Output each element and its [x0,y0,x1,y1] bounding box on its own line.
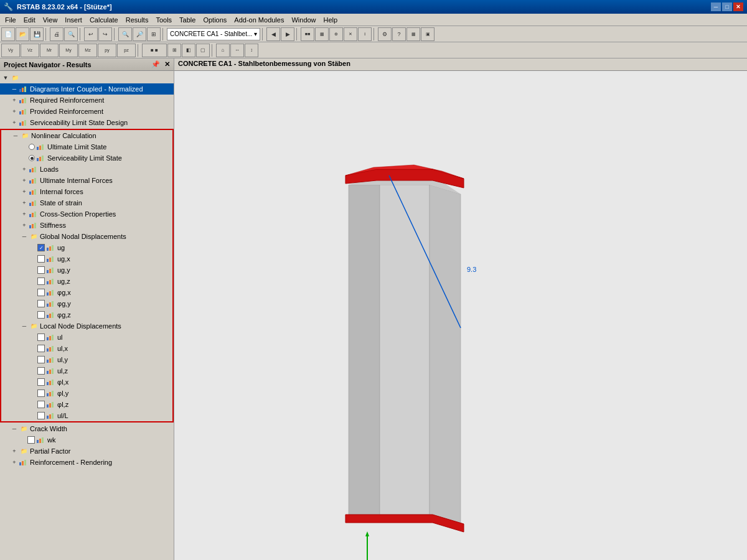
tree-item-ugz[interactable]: ug,z [1,276,172,287]
ugz-checkbox[interactable] [37,278,45,285]
expand-ugx[interactable] [29,254,37,263]
ply-checkbox[interactable] [37,390,45,397]
pgz-checkbox[interactable] [37,311,45,319]
tree-item-provided[interactable]: + Provided Reinforcement [0,106,174,117]
expand-nonlinear[interactable]: ─ [11,131,20,140]
tree-item-plx[interactable]: φl,x [1,376,172,388]
tb2-btn5[interactable]: Mz [78,44,97,57]
expand-ulf[interactable]: + [20,176,29,185]
expand-csp[interactable]: + [20,210,29,218]
expand-gnd[interactable]: ─ [20,232,29,241]
tb2-btn1[interactable]: Vy [1,44,20,57]
tree-item-sls[interactable]: Serviceability Limit State [1,152,172,164]
tree-item-uly[interactable]: ul,y [1,354,172,365]
tree-item-ug[interactable]: ✓ ug [1,242,172,253]
plz-checkbox[interactable] [37,401,45,408]
expand-loads[interactable]: + [20,165,29,174]
btn-b[interactable]: ▦ [315,27,329,41]
expand-rendering[interactable]: + [10,458,19,467]
ui-checkbox[interactable] [37,334,45,341]
tree-item-pgz[interactable]: φg,z [1,309,172,320]
expand-ugz[interactable] [29,277,37,286]
tree-item-ulz[interactable]: ul,z [1,365,172,376]
tree-item-ulx[interactable]: ul,x [1,343,172,354]
tb2-view2[interactable]: ↔ [230,44,244,57]
expand-ply[interactable] [29,389,37,398]
extra1[interactable]: ▦ [406,27,420,41]
sls-radio[interactable] [29,155,35,161]
tb2-rend2[interactable]: ⊞ [167,44,181,57]
tree-item-uil[interactable]: ul/L [1,410,172,421]
addon-dropdown[interactable]: CONCRETE CA1 - Stahlbet... ▾ [167,28,260,40]
expand-ugy[interactable] [29,266,37,274]
save-button[interactable]: 💾 [30,27,44,41]
settings-btn[interactable]: ⚙ [378,27,392,41]
tree-item-strain[interactable]: + State of strain [1,197,172,208]
open-button[interactable]: 📂 [16,27,29,41]
expand-sls[interactable] [20,154,29,162]
btn-a[interactable]: ■■ [301,27,314,41]
expand-plx[interactable] [29,378,37,386]
expand-pgy[interactable] [29,299,37,308]
btn-c[interactable]: ⊕ [329,27,343,41]
expand-required[interactable]: + [10,96,19,105]
tree-item-wk[interactable]: wk [0,434,174,446]
expand-lnd[interactable]: ─ [20,322,29,330]
tb2-view1[interactable]: ⌂ [216,44,230,57]
menu-table[interactable]: Table [176,15,199,25]
pgx-checkbox[interactable] [37,289,45,296]
canvas-area[interactable]: 9.3 Y X Z [174,71,747,560]
undo-button[interactable]: ↩ [84,27,98,41]
tree-item-csp[interactable]: + Cross-Section Properties [1,208,172,220]
tb2-btn7[interactable]: pz [117,44,136,57]
expand-crack[interactable]: ─ [10,424,19,433]
ulz-checkbox[interactable] [37,367,45,375]
tree-item-partial[interactable]: + 📁 Partial Factor [0,446,174,457]
menu-file[interactable]: File [1,15,20,25]
tb2-rend4[interactable]: ▢ [196,44,210,57]
expand-ulx[interactable] [29,344,37,353]
expand-partial[interactable]: + [10,447,19,455]
expand-uls[interactable] [20,142,29,151]
menu-options[interactable]: Options [199,15,230,25]
expand-pgz[interactable] [29,310,37,319]
menu-addons[interactable]: Add-on Modules [230,15,288,25]
maximize-button[interactable]: □ [722,2,732,11]
tb2-btn2[interactable]: Vz [21,44,39,57]
tree-item-crack[interactable]: ─ 📁 Crack Width [0,423,174,434]
menu-help[interactable]: Help [320,15,342,25]
expand-strain[interactable]: + [20,198,29,207]
redo-button[interactable]: ↪ [98,27,112,41]
zoom-all[interactable]: ⊞ [147,27,161,41]
tree-item-pgy[interactable]: φg,y [1,298,172,309]
tree-item-ugy[interactable]: ug,y [1,264,172,276]
menu-insert[interactable]: Insert [61,15,86,25]
tree-item-plz[interactable]: φl,z [1,399,172,410]
help-btn[interactable]: ? [392,27,406,41]
ugy-checkbox[interactable] [37,266,45,274]
menu-window[interactable]: Window [288,15,319,25]
expand-diagrams[interactable]: ─ [10,85,19,93]
tree-item-pgx[interactable]: φg,x [1,287,172,298]
tree-item-ply[interactable]: φl,y [1,388,172,399]
ug-checkbox[interactable]: ✓ [37,244,45,251]
tree-item-gnd[interactable]: ─ 📁 Global Nodal Displacements [1,231,172,242]
tree-root[interactable]: ▼ 📁 [0,72,174,83]
ulx-checkbox[interactable] [37,345,45,352]
menu-calculate[interactable]: Calculate [86,15,122,25]
nav-prev[interactable]: ◀ [266,27,280,41]
close-button[interactable]: ✕ [733,2,743,11]
tb2-view3[interactable]: ↕ [245,44,258,57]
expand-uly[interactable] [29,355,37,364]
expand-root[interactable]: ▼ [1,73,10,82]
tree-item-loads[interactable]: + Loads [1,164,172,175]
tree-item-rendering[interactable]: + Reinforcement - Rendering [0,457,174,468]
tree-item-ulf[interactable]: + Ultimate Internal Forces [1,175,172,186]
tb2-btn3[interactable]: Mr [40,44,59,57]
new-button[interactable]: 📄 [1,27,15,41]
tree-item-uls[interactable]: Ultimate Limit State [1,141,172,152]
btn-d[interactable]: ✕ [344,27,357,41]
expand-ulz[interactable] [29,366,37,375]
minimize-button[interactable]: ─ [711,2,721,11]
btn-e[interactable]: i [358,27,372,41]
